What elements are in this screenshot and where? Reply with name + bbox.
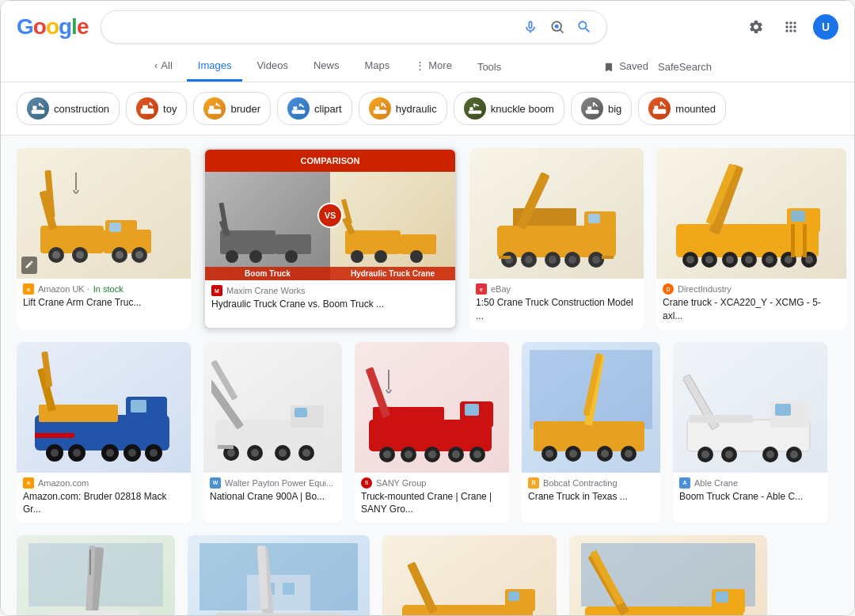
svg-rect-8 — [142, 105, 148, 108]
svg-rect-79 — [499, 256, 511, 259]
svg-rect-172 — [775, 404, 791, 416]
tab-images[interactable]: Images — [187, 51, 243, 82]
voice-search-button[interactable] — [521, 17, 540, 36]
svg-line-34 — [661, 102, 666, 107]
svg-point-59 — [351, 250, 363, 263]
svg-rect-97 — [791, 211, 805, 222]
svg-point-154 — [569, 450, 577, 458]
main-content: construction toy bruder cl — [1, 82, 854, 615]
svg-point-156 — [601, 450, 609, 458]
tools-button[interactable]: Tools — [466, 53, 512, 81]
image-card-3[interactable]: e eBay 1:50 Crane Truck Construction Mod… — [469, 148, 644, 329]
chip-knuckle-boom[interactable]: knuckle boom — [454, 92, 564, 125]
image-card-10[interactable] — [17, 535, 175, 615]
svg-point-164 — [701, 451, 709, 458]
card-2-title: Hydraulic Truck Crane vs. Boom Truck ... — [211, 298, 449, 311]
image-row-3: 🐱 小王子的外贸笔记 — [1, 523, 854, 615]
svg-rect-101 — [803, 224, 807, 257]
tab-all[interactable]: ‹ All — [143, 51, 184, 82]
svg-rect-218 — [716, 591, 728, 603]
svg-rect-19 — [373, 110, 386, 114]
svg-rect-4 — [32, 106, 36, 110]
image-row-2: a Amazon.com Amazon.com: Bruder 02818 Ma… — [1, 329, 854, 523]
svg-point-54 — [285, 250, 298, 263]
svg-point-74 — [592, 256, 600, 264]
card-8-info: B Bobcat Contracting Crane Truck in Texa… — [522, 473, 660, 510]
tab-news[interactable]: News — [302, 51, 351, 82]
card-4-title: Crane truck - XCA220_Y - XCMG - 5-axl... — [663, 296, 840, 323]
card-8-title: Crane Truck in Texas ... — [528, 490, 654, 504]
svg-point-53 — [249, 250, 262, 263]
svg-point-89 — [745, 256, 753, 264]
svg-point-135 — [383, 451, 391, 458]
chip-bruder[interactable]: bruder — [193, 92, 271, 125]
svg-point-158 — [625, 450, 633, 458]
google-logo[interactable]: Google — [17, 14, 88, 40]
svg-rect-31 — [653, 109, 667, 114]
svg-point-141 — [452, 451, 460, 458]
saved-link[interactable]: Saved — [603, 60, 649, 73]
image-card-7[interactable]: S SANY Group Truck-mounted Crane | Crane… — [355, 342, 509, 523]
card-3-title: 1:50 Crane Truck Construction Model ... — [476, 296, 637, 323]
image-card-4[interactable]: D DirectIndustry Crane truck - XCA220_Y … — [656, 148, 846, 329]
card-9-info: A Able Crane Boom Truck Crane - Able C..… — [673, 473, 827, 510]
chip-hydraulic[interactable]: hydraulic — [359, 92, 447, 125]
svg-rect-15 — [292, 110, 306, 114]
search-button[interactable] — [575, 17, 594, 36]
svg-rect-132 — [218, 445, 234, 449]
card-1-title: Lift Crane Arm Crane Truc... — [23, 296, 184, 310]
image-card-2[interactable]: COMPARISON VS — [203, 148, 457, 329]
svg-rect-28 — [587, 107, 591, 110]
card-4-info: D DirectIndustry Crane truck - XCA220_Y … — [656, 279, 846, 329]
svg-rect-24 — [469, 107, 473, 110]
svg-rect-100 — [791, 224, 795, 257]
image-card-12[interactable] — [382, 535, 557, 615]
image-card-1[interactable]: a Amazon UK · In stock Lift Crane Arm Cr… — [17, 148, 191, 329]
nav-right: Saved SafeSearch — [603, 60, 712, 73]
svg-point-139 — [428, 451, 436, 458]
chip-toy[interactable]: toy — [126, 92, 187, 125]
svg-rect-76 — [588, 214, 600, 223]
svg-rect-7 — [141, 108, 154, 114]
svg-rect-32 — [655, 106, 659, 109]
svg-point-91 — [766, 256, 773, 264]
image-card-9[interactable]: A Able Crane Boom Truck Crane - Able C..… — [673, 342, 827, 523]
search-bar: crane truck — [101, 10, 607, 44]
image-card-13[interactable]: 🐱 小王子的外贸笔记 — [569, 535, 767, 615]
svg-point-127 — [302, 449, 310, 457]
svg-rect-118 — [35, 433, 74, 438]
svg-point-110 — [128, 449, 136, 457]
safe-search-link[interactable]: SafeSearch — [658, 61, 712, 73]
svg-point-168 — [766, 451, 774, 458]
chip-construction[interactable]: construction — [17, 92, 120, 125]
image-card-8[interactable]: B Bobcat Contracting Crane Truck in Texa… — [522, 342, 660, 523]
tab-videos[interactable]: Videos — [245, 51, 299, 82]
lens-search-button[interactable] — [548, 17, 567, 36]
card-3-info: e eBay 1:50 Crane Truck Construction Mod… — [469, 279, 644, 329]
card-5-info: a Amazon.com Amazon.com: Bruder 02818 Ma… — [17, 473, 191, 523]
svg-rect-23 — [468, 111, 481, 114]
header-icons: U — [743, 14, 838, 40]
chip-big[interactable]: big — [571, 92, 632, 125]
user-avatar[interactable]: U — [813, 14, 838, 40]
tab-maps[interactable]: Maps — [353, 51, 401, 82]
card-6-title: National Crane 900A | Bo... — [210, 490, 336, 504]
svg-point-143 — [473, 451, 481, 458]
chip-mounted[interactable]: mounted — [638, 92, 726, 125]
svg-rect-185 — [283, 583, 294, 595]
image-card-11[interactable] — [188, 535, 370, 615]
svg-rect-12 — [210, 106, 215, 109]
apps-button[interactable] — [778, 14, 804, 40]
search-input[interactable]: crane truck — [114, 20, 513, 34]
svg-rect-203 — [508, 591, 519, 601]
settings-button[interactable] — [743, 14, 769, 40]
chip-clipart[interactable]: clipart — [277, 92, 352, 125]
svg-point-70 — [549, 256, 557, 264]
svg-point-85 — [705, 256, 713, 264]
card-5-title: Amazon.com: Bruder 02818 Mack Gr... — [23, 490, 184, 517]
image-card-5[interactable]: a Amazon.com Amazon.com: Bruder 02818 Ma… — [17, 342, 191, 523]
svg-rect-11 — [208, 109, 222, 114]
tab-more[interactable]: ⋮ More — [404, 51, 463, 82]
image-card-6[interactable]: W Walter Payton Power Equi... National C… — [203, 342, 342, 523]
svg-point-104 — [51, 449, 59, 457]
